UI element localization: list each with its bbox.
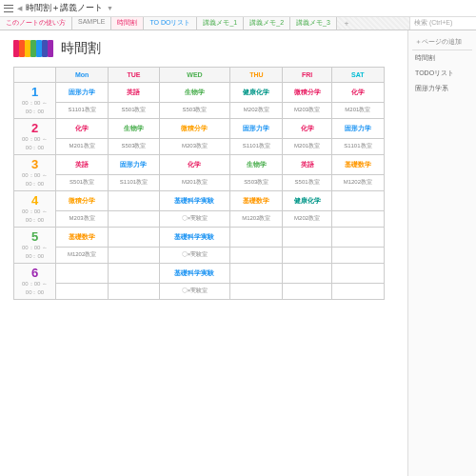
room-cell: S1101教室 — [230, 138, 283, 154]
tab-add[interactable]: ＋ — [337, 17, 356, 30]
period-cell: 200：00 ～ 00：00 — [14, 119, 56, 155]
subject-cell[interactable]: 微積分学 — [283, 83, 331, 103]
subject-cell[interactable] — [283, 264, 331, 284]
room-cell: M1202教室 — [331, 174, 384, 190]
room-cell: S503教室 — [109, 138, 160, 154]
subject-cell[interactable] — [283, 228, 331, 248]
logo-icon — [13, 40, 53, 57]
tab-4[interactable]: 講義メモ_1 — [197, 17, 244, 30]
tab-5[interactable]: 講義メモ_2 — [244, 17, 290, 30]
period-cell: 500：00 ～ 00：00 — [14, 228, 56, 264]
room-cell: M201教室 — [283, 138, 331, 154]
subject-cell[interactable] — [331, 228, 384, 248]
chevron-left-icon[interactable]: ◀ — [17, 5, 22, 12]
period-cell: 600：00 ～ 00：00 — [14, 264, 56, 300]
tab-bar: このノートの使い方SAMPLE時間割TO DOリスト講義メモ_1講義メモ_2講義… — [0, 17, 476, 30]
subject-cell[interactable]: 生物学 — [109, 119, 160, 139]
period-cell: 100：00 ～ 00：00 — [14, 83, 56, 119]
tab-2[interactable]: 時間割 — [111, 17, 144, 30]
room-cell: M202教室 — [283, 210, 331, 227]
period-time: 00：00 ～ 00：00 — [16, 99, 53, 116]
room-cell — [283, 247, 331, 263]
period-number: 6 — [16, 266, 53, 280]
subject-cell[interactable] — [230, 228, 283, 248]
subject-cell[interactable]: 生物学 — [230, 155, 283, 175]
room-cell: S1101教室 — [331, 138, 384, 154]
timetable: MonTUEWEDTHUFRISAT 100：00 ～ 00：00固形力学英語生… — [13, 67, 385, 300]
sidebar-item-0[interactable]: 時間割 — [412, 50, 472, 66]
day-header: SAT — [331, 68, 384, 83]
subject-cell[interactable]: 基礎科学実験 — [159, 264, 229, 284]
subject-cell[interactable]: 固形力学 — [109, 155, 160, 175]
search-input[interactable]: 検索 (Ctrl+E) — [409, 17, 476, 30]
subject-cell[interactable] — [109, 264, 160, 284]
room-cell: M201教室 — [159, 174, 229, 190]
room-cell — [331, 210, 384, 227]
chevron-down-icon[interactable]: ▼ — [107, 5, 113, 11]
period-time: 00：00 ～ 00：00 — [16, 244, 53, 261]
subject-cell[interactable]: 微積分学 — [56, 191, 109, 211]
period-cell: 400：00 ～ 00：00 — [14, 191, 56, 228]
room-cell — [283, 283, 331, 299]
tab-3[interactable]: TO DOリスト — [144, 17, 197, 30]
room-cell: M201教室 — [331, 102, 384, 118]
room-cell — [230, 247, 283, 263]
day-header: Mon — [56, 68, 109, 83]
room-cell: 〇×実験室 — [159, 210, 229, 227]
period-number: 3 — [16, 157, 53, 171]
subject-cell[interactable]: 化学 — [283, 119, 331, 139]
room-cell — [109, 247, 160, 263]
day-header: WED — [159, 68, 229, 83]
subject-cell[interactable]: 英語 — [283, 155, 331, 175]
room-cell — [109, 283, 160, 299]
subject-cell[interactable]: 英語 — [56, 155, 109, 175]
subject-cell[interactable]: 健康化学 — [283, 191, 331, 211]
subject-cell[interactable]: 固形力学 — [56, 83, 109, 103]
title-bar: ◀ 時間割＋講義ノート ▼ — [0, 0, 476, 17]
room-cell: M1202教室 — [230, 210, 283, 227]
subject-cell[interactable]: 基礎科学実験 — [159, 228, 229, 248]
subject-cell[interactable] — [109, 228, 160, 248]
subject-cell[interactable] — [56, 264, 109, 284]
room-cell: 〇×実験室 — [159, 283, 229, 299]
room-cell: S1101教室 — [109, 174, 160, 190]
subject-cell[interactable]: 固形力学 — [230, 119, 283, 139]
period-number: 4 — [16, 193, 53, 208]
room-cell — [331, 247, 384, 263]
subject-cell[interactable]: 基礎数学 — [56, 228, 109, 248]
subject-cell[interactable]: 化学 — [331, 83, 384, 103]
tab-1[interactable]: SAMPLE — [72, 17, 111, 30]
menu-icon[interactable] — [4, 5, 13, 12]
room-cell: S501教室 — [56, 174, 109, 190]
subject-cell[interactable] — [230, 264, 283, 284]
room-cell: M203教室 — [159, 138, 229, 154]
sidebar-item-1[interactable]: TODOリスト — [412, 66, 472, 81]
subject-cell[interactable] — [331, 264, 384, 284]
subject-cell[interactable]: 化学 — [56, 119, 109, 139]
period-number: 2 — [16, 121, 53, 135]
subject-cell[interactable]: 化学 — [159, 155, 229, 175]
room-cell: S1101教室 — [56, 102, 109, 118]
add-page-button[interactable]: ＋ページの追加 — [412, 34, 472, 50]
subject-cell[interactable] — [331, 191, 384, 211]
room-cell — [331, 283, 384, 299]
subject-cell[interactable]: 英語 — [109, 83, 160, 103]
room-cell — [109, 210, 160, 227]
room-cell: S501教室 — [109, 102, 160, 118]
room-cell: S503教室 — [159, 102, 229, 118]
room-cell: M202教室 — [230, 102, 283, 118]
subject-cell[interactable]: 固形力学 — [331, 119, 384, 139]
notebook-title: 時間割＋講義ノート — [26, 2, 103, 14]
subject-cell[interactable]: 健康化学 — [230, 83, 283, 103]
tab-6[interactable]: 講義メモ_3 — [290, 17, 337, 30]
subject-cell[interactable]: 微積分学 — [159, 119, 229, 139]
subject-cell[interactable]: 基礎数学 — [331, 155, 384, 175]
period-number: 1 — [16, 85, 53, 99]
subject-cell[interactable]: 生物学 — [159, 83, 229, 103]
period-cell: 300：00 ～ 00：00 — [14, 155, 56, 191]
sidebar-item-2[interactable]: 固形力学系 — [412, 81, 472, 96]
subject-cell[interactable]: 基礎数学 — [230, 191, 283, 211]
subject-cell[interactable] — [109, 191, 160, 211]
tab-0[interactable]: このノートの使い方 — [0, 17, 72, 30]
subject-cell[interactable]: 基礎科学実験 — [159, 191, 229, 211]
